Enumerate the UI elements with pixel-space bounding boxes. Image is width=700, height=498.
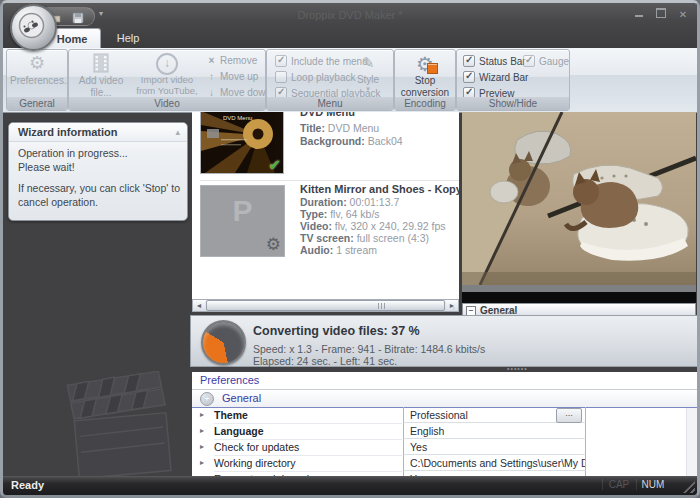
wizard-bar-checkbox[interactable]: Wizard Bar <box>463 71 528 85</box>
resize-grip-icon[interactable] <box>683 481 695 493</box>
checkbox-icon <box>463 71 475 83</box>
pref-value-language[interactable]: English <box>403 423 586 439</box>
app-window: Droppix DVD Maker * ▾ <box>0 0 700 498</box>
wizard-panel-body: Operation in progress... Please wait! If… <box>18 147 181 210</box>
list-item-kitten-video[interactable]: Kitten Mirror and Shoes - Kopy Kitten (~… <box>200 180 459 259</box>
stop-conversion-icon: ⚙ <box>416 53 434 75</box>
list-horizontal-scrollbar[interactable]: ◄ ► <box>192 299 459 312</box>
maximize-button[interactable] <box>655 8 667 20</box>
save-icon <box>72 12 84 24</box>
pref-row-updates[interactable]: ▸ Check for updates Yes <box>192 439 698 455</box>
conversion-progress-panel: Converting video files: 37 % Speed: x 1.… <box>190 315 698 367</box>
remove-icon: × <box>205 54 218 68</box>
row-expand-icon[interactable]: ▸ <box>200 455 204 471</box>
wizard-information-panel: Wizard information ▴ Operation in progre… <box>8 122 188 221</box>
caps-lock-indicator: CAP <box>602 479 635 490</box>
preview-frame-kittens <box>462 112 696 285</box>
stop-square-icon <box>427 63 438 74</box>
collapse-panel-icon[interactable]: ▴ <box>175 123 180 141</box>
status-bar: Ready CAP NUM <box>3 476 697 495</box>
stop-conversion-button[interactable]: ⚙ Stop conversion <box>397 52 453 96</box>
qat-dropdown-icon[interactable]: ▾ <box>99 9 103 18</box>
pref-value-working-directory[interactable]: C:\Documents and Settings\user\My Docu..… <box>403 455 586 471</box>
ready-check-icon: ✔ <box>268 156 281 174</box>
ribbon-group-video: Add video file... ↓ Import video from Yo… <box>68 49 266 111</box>
pref-row-theme[interactable]: ▸ Theme Professional ... <box>192 407 698 423</box>
checkbox-icon <box>463 55 475 67</box>
import-video-button: ↓ Import video from YouTube, Google, ... <box>131 52 203 96</box>
droppix-disc-icon <box>17 11 46 40</box>
pref-row-working-directory[interactable]: ▸ Working directory C:\Documents and Set… <box>192 455 698 471</box>
expand-plus-icon[interactable]: + <box>200 392 214 406</box>
progress-time: Elapsed: 24 sec. - Left: 41 sec. <box>253 355 397 367</box>
style-button: ✎ Style ▾ <box>347 54 389 93</box>
progress-title: Converting video files: 37 % <box>253 324 420 338</box>
ribbon: ⚙ Preferences... General Add video file.… <box>3 48 697 113</box>
remove-button: ×Remove <box>205 54 263 68</box>
row-expand-icon[interactable]: ▸ <box>200 407 204 423</box>
clapperboard-watermark <box>63 371 173 483</box>
loop-playback-checkbox: Loop playback <box>275 71 356 85</box>
group-label-encoding: Encoding <box>395 97 455 110</box>
move-up-icon: ↑ <box>205 70 218 84</box>
style-icon: ✎ <box>347 54 389 74</box>
application-menu-button[interactable] <box>10 4 57 51</box>
status-bar-checkbox[interactable]: Status Bar <box>463 55 526 69</box>
num-lock-indicator: NUM <box>636 479 669 490</box>
close-button[interactable]: ✕ <box>677 9 689 20</box>
checkbox-icon <box>275 55 287 67</box>
tab-help[interactable]: Help <box>105 28 151 48</box>
add-video-button: Add video file... <box>72 52 130 96</box>
group-label-menu: Menu <box>267 97 393 110</box>
preferences-header: Preferences <box>192 372 698 390</box>
preferences-icon: ⚙ <box>9 53 65 75</box>
list-item-dvd-menu[interactable]: DVD Menu DVD Menu <box>200 112 459 178</box>
minimize-button[interactable] <box>633 9 645 20</box>
scrollbar-thumb[interactable] <box>206 300 445 311</box>
splitter-handle[interactable]: •••••• <box>507 365 528 372</box>
minimize-icon <box>635 15 643 17</box>
save-project-button[interactable] <box>70 10 86 23</box>
scroll-left-icon[interactable]: ◄ <box>193 300 205 311</box>
preferences-panel: Preferences + General ▸ Theme Profession… <box>192 372 698 477</box>
checkbox-icon <box>275 71 287 83</box>
style-dropdown-icon: ▾ <box>347 85 389 93</box>
ribbon-group-menu: Include the menu Loop playback Sequentia… <box>266 49 394 111</box>
status-text: Ready <box>11 479 44 491</box>
import-video-icon: ↓ <box>131 53 203 75</box>
group-label-general: General <box>7 97 67 110</box>
group-label-showhide: Show/Hide <box>457 97 569 110</box>
browse-ellipsis-button[interactable]: ... <box>556 408 582 423</box>
title-bar: Droppix DVD Maker * ▾ <box>3 3 697 48</box>
progress-stats: Speed: x 1.3 - Frame: 941 - Bitrate: 148… <box>253 343 485 355</box>
pref-value-updates[interactable]: Yes <box>403 439 586 455</box>
pref-row-language[interactable]: ▸ Language English <box>192 423 698 439</box>
video-preview <box>462 112 696 285</box>
move-up-button: ↑Move up <box>205 70 263 84</box>
ribbon-group-general: ⚙ Preferences... General <box>6 49 68 111</box>
preferences-group-general[interactable]: + General <box>192 390 698 408</box>
maximize-icon <box>656 8 666 18</box>
pending-letter-icon: P <box>201 194 284 228</box>
kitten-video-thumbnail: P ⚙ <box>200 185 285 257</box>
row-expand-icon[interactable]: ▸ <box>200 423 204 439</box>
checkbox-icon <box>523 55 535 67</box>
ribbon-group-encoding: ⚙ Stop conversion Encoding <box>394 49 456 111</box>
scrollbar-grip-icon <box>378 303 387 309</box>
row-expand-icon[interactable]: ▸ <box>200 439 204 455</box>
window-title: Droppix DVD Maker * <box>3 9 697 21</box>
preview-letterbox-strip <box>462 292 696 303</box>
ribbon-group-showhide: Status Bar Gauge Wizard Bar Preview Show… <box>456 49 570 111</box>
preferences-scrollbar[interactable] <box>686 408 698 477</box>
preferences-button: ⚙ Preferences... <box>9 52 65 96</box>
svg-text:DVD Menu: DVD Menu <box>223 115 252 121</box>
wizard-panel-header: Wizard information ▴ <box>9 123 187 142</box>
progress-pie-gauge <box>201 320 246 365</box>
dvd-menu-thumbnail: DVD Menu ✔ <box>200 112 284 174</box>
splitter-chevron-icon[interactable]: › <box>452 303 455 313</box>
gauge-checkbox: Gauge <box>523 55 569 69</box>
video-list: DVD Menu DVD Menu <box>192 112 459 299</box>
group-label-video: Video <box>69 97 265 110</box>
preview-divider-strip <box>462 285 696 292</box>
add-video-icon <box>72 53 130 75</box>
